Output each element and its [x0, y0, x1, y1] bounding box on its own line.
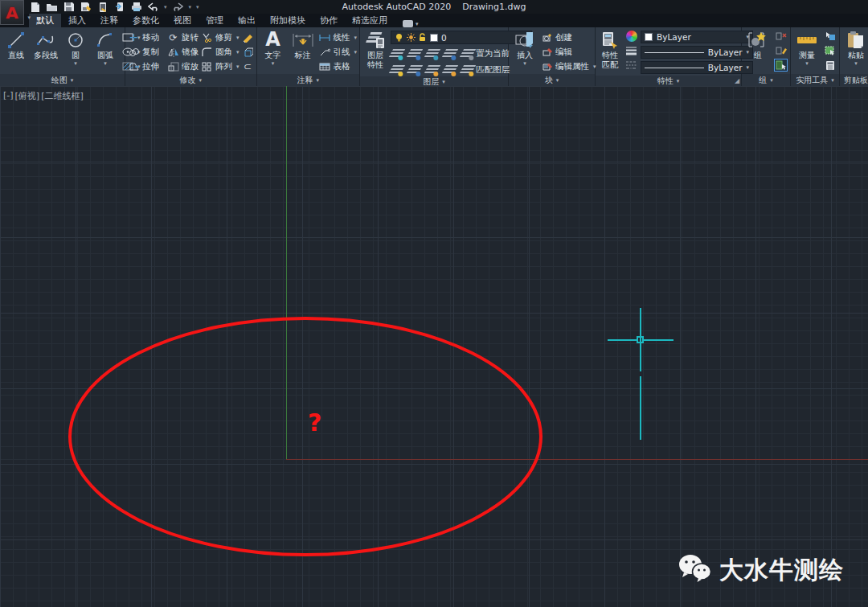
mirror-button[interactable]: 镜像	[167, 45, 199, 59]
redo-caret-icon[interactable]: ▾	[189, 4, 192, 10]
panel-label-annotation[interactable]: 注释 ▾	[257, 74, 360, 86]
linetype-icon[interactable]	[624, 59, 638, 72]
panel-label-utilities[interactable]: 实用工具 ▾	[791, 74, 839, 86]
undo-caret-icon[interactable]: ▾	[164, 4, 167, 10]
layer-properties-button[interactable]: 图层特性	[362, 29, 388, 70]
arc-icon	[96, 30, 114, 51]
group-edit-icon[interactable]	[774, 44, 788, 57]
quick-select-icon[interactable]	[823, 30, 837, 43]
table-button[interactable]: 表格	[319, 59, 358, 73]
quick-calc-icon[interactable]	[823, 59, 837, 72]
match-properties-button[interactable]: 特性匹配	[598, 29, 622, 70]
arc-button[interactable]: 圆弧 ▾	[92, 29, 119, 68]
save-as-icon[interactable]	[80, 2, 92, 13]
new-file-icon[interactable]	[29, 2, 41, 13]
rotate-button[interactable]: ⟳ 旋转	[167, 31, 199, 44]
layer-thaw-all-icon[interactable]	[426, 64, 438, 76]
ribbon-display-toggle[interactable]: ▾	[403, 20, 419, 27]
select-all-icon[interactable]	[823, 44, 837, 57]
fillet-button[interactable]: 圆角 ▾	[201, 45, 240, 59]
autocad-window: Autodesk AutoCAD 2020 Drawing1.dwg A ▾	[0, 0, 868, 607]
panel-label-group[interactable]: 组 ▾	[742, 74, 790, 86]
linear-dim-button[interactable]: 线性 ▾	[319, 31, 358, 44]
layer-thaw-sun-icon	[407, 33, 416, 42]
tab-collaborate[interactable]: 协作	[313, 14, 345, 27]
tab-manage[interactable]: 管理	[199, 14, 231, 27]
layer-freeze-icon[interactable]	[426, 48, 438, 59]
create-block-button[interactable]: 创建	[541, 31, 596, 44]
panel-label-modify[interactable]: 修改 ▾	[125, 74, 256, 86]
redo-icon[interactable]	[172, 2, 184, 13]
save-to-mobile-icon[interactable]	[96, 2, 108, 13]
scale-button[interactable]: 缩放	[167, 59, 199, 73]
layer-isolate-icon[interactable]	[391, 48, 403, 59]
make-current-button[interactable]: 置为当前	[461, 47, 510, 60]
watermark: 大水牛测绘	[678, 553, 844, 587]
tab-output[interactable]: 输出	[231, 14, 263, 27]
plot-icon[interactable]	[130, 2, 142, 13]
move-button[interactable]: ✛ 移动	[128, 31, 159, 44]
make-current-icon	[461, 48, 473, 59]
table-icon	[319, 61, 331, 72]
trim-button[interactable]: 修剪 ▾	[201, 31, 240, 44]
tab-view[interactable]: 视图	[166, 14, 199, 27]
match-layer-button[interactable]: 匹配图层	[461, 63, 510, 76]
layer-lock-icon[interactable]	[444, 48, 456, 59]
arc-caret-icon[interactable]: ▾	[104, 60, 107, 67]
layer-off-icon[interactable]	[391, 64, 403, 76]
circle-caret-icon[interactable]: ▾	[74, 60, 77, 67]
open-file-icon[interactable]	[46, 2, 58, 13]
lineweight-dropdown[interactable]: ByLayer ▾	[641, 46, 753, 59]
insert-block-button[interactable]: 插入 ▾	[511, 29, 538, 68]
layer-unlock2-icon[interactable]	[444, 64, 456, 76]
group-selection-toggle-icon[interactable]	[774, 59, 788, 72]
properties-launcher-icon[interactable]: ◢	[735, 77, 739, 84]
object-color-dropdown[interactable]: ByLayer ▾	[641, 31, 753, 43]
text-button[interactable]: A 文字 ▾	[260, 29, 287, 68]
offset-button[interactable]: ⊂	[242, 59, 254, 73]
polyline-button[interactable]: 多段线	[32, 29, 59, 61]
ungroup-icon[interactable]	[774, 30, 788, 43]
group-button[interactable]: 组	[744, 29, 772, 61]
explode-button[interactable]	[242, 45, 254, 59]
edit-block-button[interactable]: 编辑	[541, 45, 596, 59]
array-button[interactable]: 阵列 ▾	[201, 59, 240, 73]
tab-default[interactable]: 默认	[29, 14, 61, 27]
model-space-canvas[interactable]: [-] [俯视] [二维线框] ?	[0, 86, 868, 607]
quick-access-toolbar: ▾ ▾ ▾	[29, 0, 199, 14]
customize-qat-icon[interactable]: ▾	[196, 4, 199, 10]
panel-label-block[interactable]: 块 ▾	[509, 74, 595, 86]
transfer-icon[interactable]	[113, 2, 125, 13]
circle-button[interactable]: 圆 ▾	[62, 29, 89, 68]
dimension-button[interactable]: 标注	[289, 29, 317, 61]
match-properties-icon	[600, 30, 620, 51]
color-wheel-icon[interactable]	[624, 30, 638, 43]
mirror-icon	[167, 47, 179, 58]
tab-insert[interactable]: 插入	[61, 14, 93, 27]
tab-addins[interactable]: 附加模块	[263, 14, 313, 27]
save-icon[interactable]	[63, 2, 75, 13]
leader-button[interactable]: 引线 ▾	[319, 45, 358, 59]
erase-button[interactable]	[242, 31, 254, 44]
tab-featured-apps[interactable]: 精选应用	[345, 14, 395, 27]
tab-parametric[interactable]: 参数化	[125, 14, 166, 27]
panel-label-clipboard[interactable]: 剪贴板	[840, 74, 868, 86]
lineweight-icon[interactable]	[624, 44, 638, 57]
edit-attributes-button[interactable]: 编辑属性 ▾	[541, 59, 596, 73]
paste-button[interactable]: 粘贴 ▾	[842, 29, 868, 68]
panel-label-draw[interactable]: 绘图 ▾	[0, 74, 125, 86]
layer-unisolate-icon[interactable]	[408, 48, 420, 59]
copy-button[interactable]: 复制	[128, 45, 159, 59]
app-menu-caret-icon: ▾	[27, 14, 31, 21]
tab-annotate[interactable]: 注释	[93, 14, 125, 27]
measure-button[interactable]: 测量 ▾	[793, 29, 821, 68]
layer-on-all-icon[interactable]	[408, 64, 420, 76]
linetype-dropdown[interactable]: ByLayer ▾	[641, 61, 753, 74]
panel-properties: 特性匹配 ByLayer	[596, 27, 742, 86]
app-menu-button[interactable]: A ▾	[0, 0, 24, 25]
stretch-button[interactable]: 拉伸	[128, 59, 159, 73]
line-button[interactable]: 直线	[2, 29, 30, 61]
stretch-icon	[128, 61, 140, 72]
undo-icon[interactable]	[147, 2, 159, 13]
panel-label-properties[interactable]: 特性 ▾	[596, 76, 741, 87]
